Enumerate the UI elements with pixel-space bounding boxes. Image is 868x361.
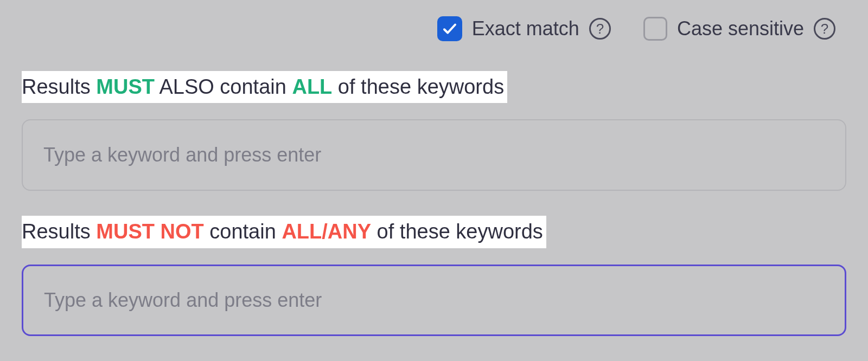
keyword-filter-panel: Exact match ? Case sensitive ? Results M… [0,0,868,361]
match-options-row: Exact match ? Case sensitive ? [22,16,846,41]
exact-match-option: Exact match ? [437,16,611,41]
must-contain-heading: Results MUST ALSO contain ALL of these k… [22,71,507,103]
case-sensitive-option: Case sensitive ? [643,17,835,41]
exact-match-label: Exact match [472,17,579,40]
must-not-contain-input[interactable] [43,288,825,312]
must-contain-section: Results MUST ALSO contain ALL of these k… [22,71,846,191]
case-sensitive-checkbox[interactable] [643,17,667,41]
case-sensitive-help-icon[interactable]: ? [814,18,835,40]
must-not-contain-heading: Results MUST NOT contain ALL/ANY of thes… [22,216,546,248]
must-contain-input-box[interactable] [22,119,846,191]
must-contain-input[interactable] [42,143,826,167]
exact-match-help-icon[interactable]: ? [589,18,611,40]
must-not-contain-input-box[interactable] [22,265,846,336]
exact-match-checkbox[interactable] [437,16,462,41]
must-not-contain-section: Results MUST NOT contain ALL/ANY of thes… [22,216,846,336]
case-sensitive-label: Case sensitive [677,17,804,40]
check-icon [442,21,458,37]
